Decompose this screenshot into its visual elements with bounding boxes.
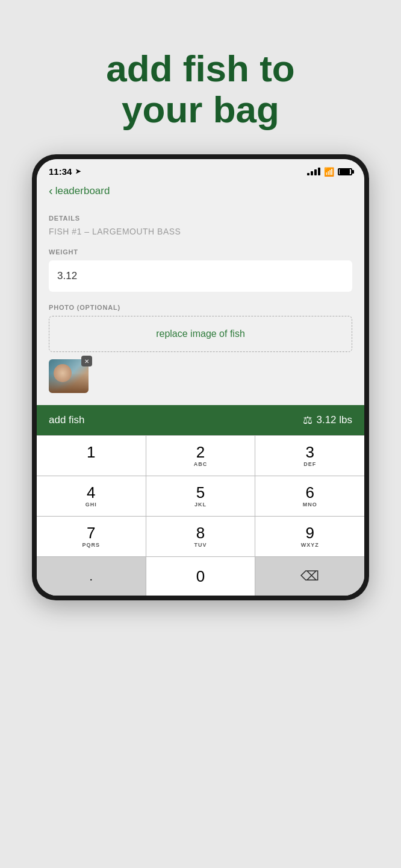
photo-remove-button[interactable]: ✕ [81, 356, 92, 366]
phone-screen: 11:34 ➤ 📶 ‹ leaderboard [37, 159, 364, 596]
photo-label: PHOTO (optional) [49, 304, 352, 311]
key-2[interactable]: 2 ABC [146, 436, 256, 476]
back-label: leaderboard [55, 185, 110, 197]
phone-mockup: 11:34 ➤ 📶 ‹ leaderboard [32, 154, 369, 600]
wifi-icon: 📶 [324, 167, 334, 177]
replace-image-label: replace image of fish [156, 329, 245, 339]
backspace-icon: ⌫ [300, 568, 319, 584]
weight-input[interactable] [49, 260, 352, 292]
close-icon: ✕ [84, 358, 89, 365]
keypad-row-2: 4 GHI 5 JKL 6 MNO [37, 476, 364, 516]
photo-section: PHOTO (optional) replace image of fish ✕ [49, 304, 352, 395]
nav-bar: ‹ leaderboard [37, 179, 364, 205]
status-time: 11:34 ➤ [49, 166, 81, 177]
key-4[interactable]: 4 GHI [37, 476, 146, 516]
content-area: DETAILS FISH #1 – LARGEMOUTH BASS WEIGHT… [37, 205, 364, 405]
headline-text: add fish to your bag [106, 48, 294, 130]
key-1[interactable]: 1 [37, 436, 146, 476]
key-6[interactable]: 6 MNO [255, 476, 364, 516]
details-label: DETAILS [49, 215, 352, 222]
bottom-action-bar[interactable]: add fish ⚖ 3.12 lbs [37, 405, 364, 435]
key-decimal[interactable]: . [37, 557, 146, 596]
add-fish-label: add fish [49, 414, 85, 426]
scale-icon: ⚖ [303, 414, 312, 427]
status-bar: 11:34 ➤ 📶 [37, 159, 364, 179]
key-3[interactable]: 3 DEF [255, 436, 364, 476]
weight-label: WEIGHT [49, 248, 352, 256]
key-8[interactable]: 8 TUV [146, 517, 256, 556]
key-9[interactable]: 9 WXYZ [255, 517, 364, 556]
key-backspace[interactable]: ⌫ [255, 557, 364, 596]
back-button[interactable]: ‹ leaderboard [49, 184, 352, 198]
chevron-left-icon: ‹ [49, 184, 53, 198]
headline-section: add fish to your bag [70, 48, 331, 130]
key-0[interactable]: 0 [146, 557, 256, 596]
keypad-row-1: 1 2 ABC 3 DEF [37, 435, 364, 476]
key-7[interactable]: 7 PQRS [37, 517, 146, 556]
weight-value: 3.12 lbs [316, 414, 352, 426]
photo-thumbnail-wrapper: ✕ [49, 359, 89, 393]
fish-name: FISH #1 – LARGEMOUTH BASS [49, 227, 352, 236]
keypad-row-3: 7 PQRS 8 TUV 9 WXYZ [37, 516, 364, 556]
weight-section: WEIGHT [49, 248, 352, 304]
battery-icon [338, 168, 352, 175]
location-arrow-icon: ➤ [75, 168, 81, 175]
weight-display: ⚖ 3.12 lbs [303, 414, 352, 427]
replace-image-button[interactable]: replace image of fish [49, 316, 352, 352]
key-5[interactable]: 5 JKL [146, 476, 256, 516]
details-section: DETAILS FISH #1 – LARGEMOUTH BASS [49, 215, 352, 236]
signal-bars-icon [307, 168, 320, 175]
status-icons: 📶 [307, 167, 352, 177]
keypad-row-4: . 0 ⌫ [37, 556, 364, 596]
numeric-keypad: 1 2 ABC 3 DEF 4 GHI 5 [37, 435, 364, 596]
